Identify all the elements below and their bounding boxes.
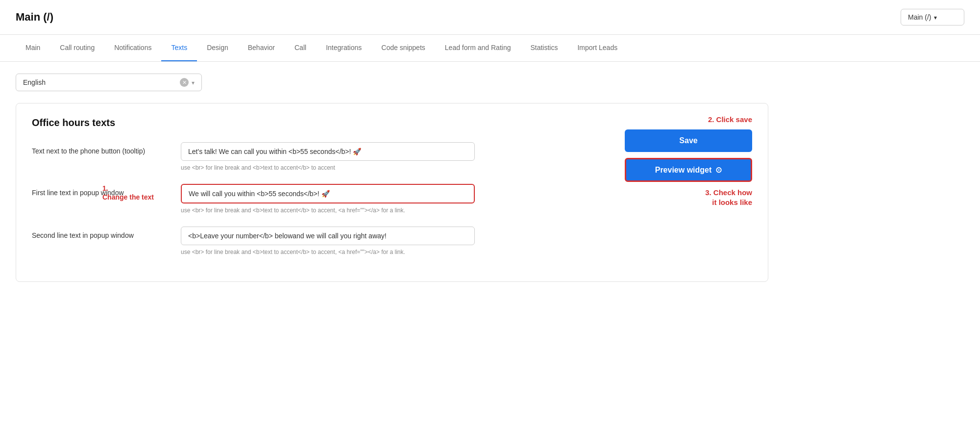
tab-notifications[interactable]: Notifications xyxy=(104,35,161,62)
second-line-text-label: Second line text in popup window xyxy=(32,227,169,239)
second-line-text-row: Second line text in popup window use <br… xyxy=(32,227,752,256)
second-line-text-input[interactable] xyxy=(181,227,475,245)
tooltip-text-label: Text next to the phone button (tooltip) xyxy=(32,142,169,155)
tab-texts[interactable]: Texts xyxy=(161,35,197,62)
tab-main[interactable]: Main xyxy=(16,35,50,62)
tab-integrations[interactable]: Integrations xyxy=(316,35,371,62)
second-line-text-field: use <br> for line break and <b>text to a… xyxy=(181,227,475,256)
annotation-click-save: 2. Click save xyxy=(708,115,752,124)
save-button[interactable]: Save xyxy=(625,129,752,152)
tab-call-routing[interactable]: Call routing xyxy=(50,35,104,62)
header: Main (/) Main (/) xyxy=(0,0,980,35)
header-dropdown[interactable]: Main (/) xyxy=(901,9,964,25)
lang-chevron-icon xyxy=(192,78,195,86)
tooltip-text-input[interactable] xyxy=(181,142,475,161)
chevron-down-icon xyxy=(934,13,937,21)
main-content: English ✕ Office hours texts 2. Click sa… xyxy=(0,62,784,294)
tab-behavior[interactable]: Behavior xyxy=(238,35,285,62)
tab-statistics[interactable]: Statistics xyxy=(520,35,567,62)
office-hours-card: Office hours texts 2. Click save Save Pr… xyxy=(16,103,768,282)
tab-lead-form-rating[interactable]: Lead form and Rating xyxy=(435,35,521,62)
clear-icon[interactable]: ✕ xyxy=(180,78,189,87)
first-line-text-input[interactable] xyxy=(181,184,475,203)
second-line-text-hint: use <br> for line break and <b>text to a… xyxy=(181,248,475,256)
annotation-change-text: 1. Change the text xyxy=(102,184,154,202)
nav-tabs: Main Call routing Notifications Texts De… xyxy=(0,35,980,62)
first-line-text-field: 1. Change the text use <br> for line bre… xyxy=(181,184,475,215)
tab-import-leads[interactable]: Import Leads xyxy=(567,35,627,62)
tooltip-text-hint: use <br> for line break and <b>text to a… xyxy=(181,164,475,172)
page-title: Main (/) xyxy=(16,11,53,24)
first-line-text-hint: use <br> for line break and <b>text to a… xyxy=(181,206,475,215)
language-selector[interactable]: English ✕ xyxy=(16,74,202,91)
tab-design[interactable]: Design xyxy=(197,35,238,62)
preview-widget-button[interactable]: Preview widget xyxy=(625,158,752,182)
language-value: English xyxy=(23,78,46,86)
tab-call[interactable]: Call xyxy=(285,35,316,62)
tab-code-snippets[interactable]: Code snippets xyxy=(371,35,435,62)
header-dropdown-label: Main (/) xyxy=(908,13,931,21)
preview-widget-label: Preview widget xyxy=(655,166,712,175)
first-line-text-row: First line text in popup window 1. Chang… xyxy=(32,184,752,215)
eye-icon xyxy=(715,165,722,175)
tooltip-text-field: use <br> for line break and <b>text to a… xyxy=(181,142,475,172)
